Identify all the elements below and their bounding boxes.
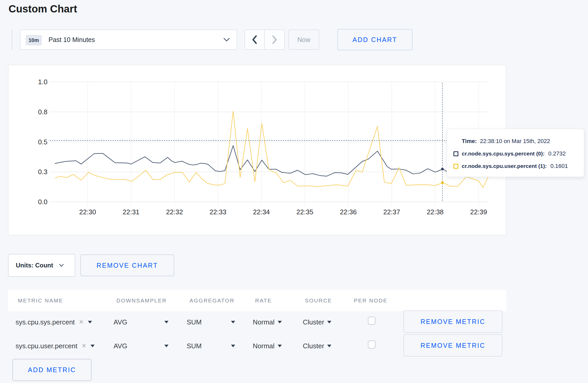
caret-down-icon [327,345,331,347]
col-per-node: PER NODE [354,290,388,311]
chart-card [8,65,506,235]
per-node-checkbox[interactable] [368,317,375,325]
add-chart-button[interactable]: ADD CHART [337,29,412,50]
caret-down-icon [231,321,235,323]
chart-tooltip: Time:22:38:10 on Mar 15th, 2022 cr.node.… [447,129,584,177]
units-label: Units: Count [16,262,53,269]
aggregator-dropdown[interactable]: SUM [187,342,235,350]
col-aggregator: AGGREGATOR [190,290,235,311]
metric-name-value: sys.cpu.sys.percent [16,318,75,326]
rate-value: Normal [253,342,275,350]
caret-down-icon [278,345,282,347]
metric-name-dropdown[interactable]: sys.cpu.user.percent ✕ [16,342,95,350]
source-dropdown[interactable]: Cluster [303,342,331,350]
toolbar-left-divider [12,30,12,50]
aggregator-value: SUM [187,318,202,326]
downsampler-value: AVG [114,318,127,326]
time-range-label: Past 10 Minutes [48,30,95,49]
downsampler-value: AVG [114,342,127,350]
series-user-swatch-icon [453,164,458,169]
tooltip-series-row: cr.node.sys.cpu.sys.percent (0): 0.2732 [453,150,566,157]
rate-dropdown[interactable]: Normal [253,342,282,350]
tooltip-time: Time:22:38:10 on Mar 15th, 2022 [462,138,550,145]
tooltip-series-name: cr.node.sys.cpu.sys.percent (0): [462,151,545,157]
tooltip-series-row: cr.node.sys.cpu.user.percent (1): 0.1601 [453,163,568,169]
metric-name-dropdown[interactable]: sys.cpu.sys.percent ✕ [16,318,92,326]
tooltip-series-value: 0.2732 [548,150,566,157]
caret-down-icon [231,345,235,347]
col-source: SOURCE [305,290,332,311]
metric-name-value: sys.cpu.user.percent [16,342,77,350]
source-dropdown[interactable]: Cluster [303,318,331,326]
add-metric-button[interactable]: ADD METRIC [12,359,92,381]
chevron-down-icon [59,264,64,267]
chevron-right-icon [271,35,278,44]
clear-metric-icon[interactable]: ✕ [81,342,86,350]
caret-down-icon [278,321,282,323]
source-value: Cluster [303,342,324,350]
time-range-select[interactable]: 10m Past 10 Minutes [20,30,237,50]
metrics-table-header: METRIC NAME DOWNSAMPLER AGGREGATOR RATE … [8,290,506,311]
caret-down-icon [327,321,331,323]
caret-down-icon [90,345,95,347]
units-select[interactable]: Units: Count [8,254,75,277]
time-range-badge: 10m [26,35,42,45]
chevron-left-icon [251,35,258,44]
prev-time-button[interactable] [245,30,265,49]
col-metric-name: METRIC NAME [18,290,63,311]
clear-metric-icon[interactable]: ✕ [79,318,83,326]
caret-down-icon [164,321,169,323]
caret-down-icon [164,345,169,347]
chevron-down-icon [223,37,230,42]
per-node-checkbox[interactable] [368,341,375,349]
next-time-button[interactable] [265,30,284,49]
col-rate: RATE [255,290,272,311]
now-button[interactable]: Now [288,30,319,50]
tooltip-series-name: cr.node.sys.cpu.user.percent (1): [462,163,547,169]
source-value: Cluster [303,318,324,326]
time-nav-arrows [244,30,285,50]
tooltip-series-value: 0.1601 [550,163,568,169]
col-downsampler: DOWNSAMPLER [116,290,167,311]
rate-value: Normal [253,318,275,326]
remove-metric-button[interactable]: REMOVE METRIC [403,334,502,357]
page-title: Custom Chart [9,3,77,15]
caret-down-icon [88,321,92,323]
remove-chart-button[interactable]: REMOVE CHART [80,254,174,276]
tooltip-time-value: 22:38:10 on Mar 15th, 2022 [480,138,550,144]
tooltip-time-label: Time: [462,138,477,144]
downsampler-dropdown[interactable]: AVG [114,318,169,326]
aggregator-dropdown[interactable]: SUM [187,318,235,326]
downsampler-dropdown[interactable]: AVG [114,342,169,350]
aggregator-value: SUM [187,342,202,350]
rate-dropdown[interactable]: Normal [253,318,282,326]
remove-metric-button[interactable]: REMOVE METRIC [403,310,502,333]
series-sys-swatch-icon [453,151,458,156]
